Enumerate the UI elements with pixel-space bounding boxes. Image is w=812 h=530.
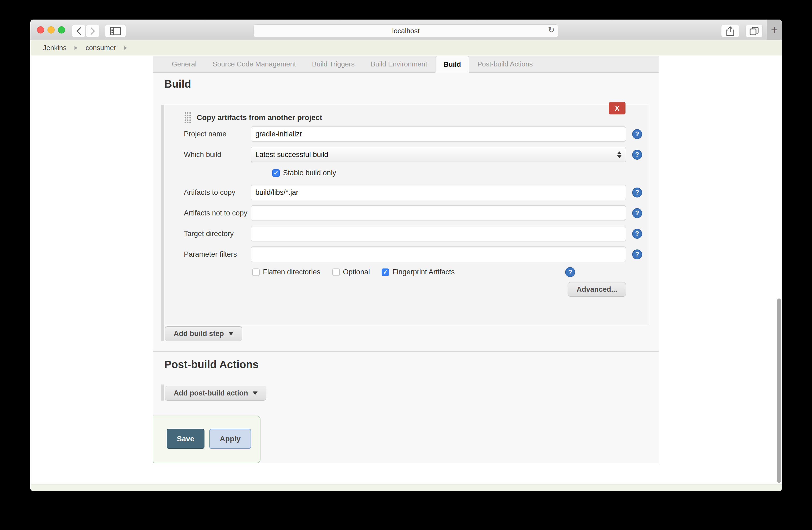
help-icon[interactable]: ? (632, 229, 642, 239)
project-name-row: Project name ? (184, 126, 634, 142)
post-build-chunk: Add post-build action (161, 384, 659, 401)
chevron-right-icon (90, 27, 96, 35)
sidebar-toggle-button[interactable] (105, 25, 126, 37)
copy-artifacts-step: X Copy artifacts from another project Pr… (165, 105, 649, 325)
window-footer-strip (30, 484, 782, 491)
tab-source-code-management[interactable]: Source Code Management (205, 56, 304, 72)
browser-titlebar: localhost ↻ + (30, 19, 782, 40)
delete-step-button[interactable]: X (609, 102, 625, 114)
tab-post-build-actions[interactable]: Post-build Actions (469, 56, 541, 72)
tab-build-environment[interactable]: Build Environment (363, 56, 435, 72)
drag-handle-icon[interactable] (184, 112, 191, 123)
target-directory-row: Target directory ? (184, 226, 634, 241)
save-button[interactable]: Save (167, 429, 204, 449)
forward-button[interactable] (86, 25, 99, 37)
help-icon[interactable]: ? (632, 208, 642, 218)
flatten-directories-checkbox[interactable]: ✓ (252, 268, 260, 276)
post-build-heading: Post-build Actions (164, 358, 659, 371)
config-tabbar: General Source Code Management Build Tri… (153, 56, 659, 73)
add-build-step-label: Add build step (174, 329, 224, 338)
minimize-window-button[interactable] (47, 26, 55, 33)
build-section-heading: Build (164, 78, 659, 90)
fingerprint-artifacts-checkbox[interactable]: ✓ (382, 268, 389, 276)
sidebar-panel-icon (110, 27, 121, 35)
stable-build-only-row: ✓ Stable build only (272, 169, 634, 177)
breadcrumb-separator-icon (124, 46, 127, 50)
tab-general[interactable]: General (164, 56, 205, 72)
save-apply-area: Save Apply (153, 416, 260, 463)
address-bar-text: localhost (392, 27, 420, 35)
overlapping-squares-icon (750, 27, 759, 35)
panel-body: Build X Copy artifacts from another proj… (153, 78, 659, 401)
new-tab-button[interactable]: + (767, 19, 782, 40)
artifacts-not-to-copy-label: Artifacts not to copy (184, 209, 251, 217)
which-build-row: Which build Latest successful build ? (184, 147, 634, 162)
project-name-input[interactable] (251, 126, 626, 142)
dropdown-caret-icon (229, 332, 233, 336)
section-divider (153, 351, 659, 352)
parameter-filters-label: Parameter filters (184, 250, 251, 259)
project-name-label: Project name (184, 130, 251, 138)
tab-build-triggers[interactable]: Build Triggers (304, 56, 363, 72)
plus-icon: + (771, 23, 778, 36)
browser-window: localhost ↻ + Jenkins consumer (30, 19, 782, 491)
breadcrumb: Jenkins consumer (30, 40, 782, 56)
flatten-directories-label: Flatten directories (263, 268, 320, 276)
artifacts-to-copy-row: Artifacts to copy ? (184, 185, 634, 200)
tab-overview-button[interactable] (745, 25, 763, 37)
share-icon (726, 26, 734, 36)
close-window-button[interactable] (37, 26, 44, 33)
share-button[interactable] (721, 25, 739, 37)
help-icon[interactable]: ? (632, 188, 642, 197)
add-build-step-button[interactable]: Add build step (165, 326, 242, 341)
add-post-build-action-label: Add post-build action (174, 389, 248, 397)
artifacts-to-copy-label: Artifacts to copy (184, 188, 251, 197)
back-button[interactable] (72, 25, 86, 37)
step-header: Copy artifacts from another project (184, 112, 634, 123)
target-directory-input[interactable] (251, 226, 626, 241)
parameter-filters-row: Parameter filters ? (184, 247, 634, 262)
help-icon[interactable]: ? (632, 129, 642, 139)
which-build-select[interactable]: Latest successful build (251, 147, 626, 162)
fingerprint-artifacts-label: Fingerprint Artifacts (392, 268, 455, 276)
build-step-chunk: X Copy artifacts from another project Pr… (161, 105, 659, 341)
breadcrumb-consumer[interactable]: consumer (86, 44, 116, 52)
artifacts-to-copy-input[interactable] (251, 185, 626, 200)
breadcrumb-jenkins[interactable]: Jenkins (43, 44, 67, 52)
target-directory-label: Target directory (184, 230, 251, 238)
stable-build-only-checkbox[interactable]: ✓ (272, 170, 280, 177)
apply-button[interactable]: Apply (209, 429, 251, 449)
help-icon[interactable]: ? (632, 249, 642, 260)
stable-build-only-label: Stable build only (283, 169, 336, 177)
page-content: General Source Code Management Build Tri… (30, 56, 782, 484)
help-icon[interactable]: ? (632, 150, 642, 160)
add-post-build-action-button[interactable]: Add post-build action (165, 386, 266, 401)
optional-label: Optional (343, 268, 370, 276)
address-bar[interactable]: localhost ↻ (253, 24, 558, 37)
select-arrows-icon (617, 147, 622, 162)
vertical-scrollbar[interactable] (777, 298, 781, 483)
flags-row: ✓ Flatten directories ✓ Optional ✓ Finge… (184, 267, 634, 277)
optional-checkbox[interactable]: ✓ (332, 268, 340, 276)
which-build-value: Latest successful build (256, 151, 328, 159)
artifacts-not-to-copy-input[interactable] (251, 205, 626, 221)
breadcrumb-separator-icon (74, 46, 77, 50)
which-build-label: Which build (184, 151, 251, 159)
advanced-button[interactable]: Advanced... (568, 282, 626, 297)
reload-icon[interactable]: ↻ (548, 25, 555, 34)
tab-build[interactable]: Build (435, 56, 469, 73)
parameter-filters-input[interactable] (251, 247, 626, 262)
help-icon[interactable]: ? (565, 267, 575, 277)
dropdown-caret-icon (253, 392, 258, 395)
step-title: Copy artifacts from another project (197, 113, 322, 122)
zoom-window-button[interactable] (58, 26, 65, 33)
artifacts-not-to-copy-row: Artifacts not to copy ? (184, 205, 634, 221)
chevron-left-icon (76, 27, 82, 35)
config-panel: General Source Code Management Build Tri… (153, 56, 659, 463)
